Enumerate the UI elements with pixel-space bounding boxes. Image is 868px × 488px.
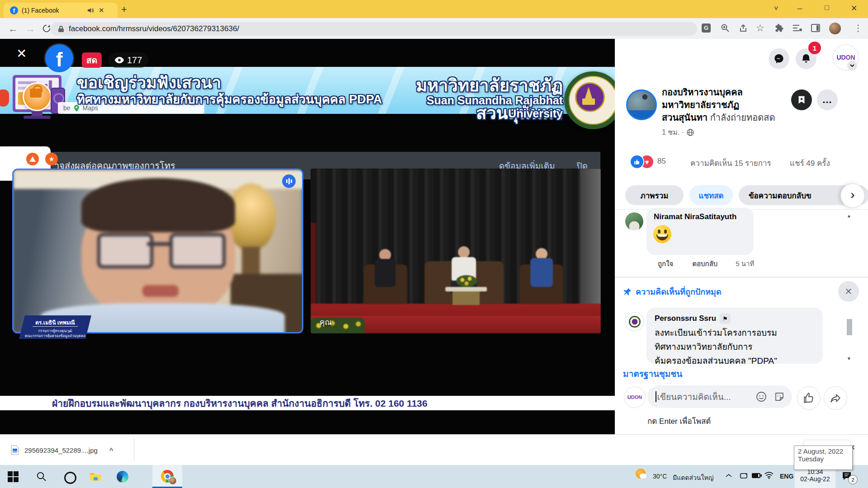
video-player[interactable]: be Maps ขอเชิญร่วมฟังเสวนา ทิศทางมหาวิทย…: [0, 39, 615, 434]
window-minimize-button[interactable]: –: [797, 4, 802, 13]
share-count[interactable]: แชร์ 49 ครั้ง: [790, 157, 830, 169]
scroll-down-arrow[interactable]: ▼: [847, 356, 851, 361]
bookmark-star-icon[interactable]: ☆: [756, 23, 764, 33]
url-text: facebook.com/hrmssru/videos/620736279313…: [69, 24, 239, 33]
cortana-icon[interactable]: [64, 472, 76, 484]
star-badge-icon: ★: [45, 153, 58, 165]
pinned-comments-header: ความคิดเห็นที่ถูกปักหมุด: [623, 285, 722, 298]
reaction-count[interactable]: 85: [657, 157, 666, 166]
pinned-author-name[interactable]: Personssru Ssru: [655, 314, 716, 323]
webcam-feed-speaker[interactable]: [12, 169, 303, 333]
composer-avatar: UDON: [624, 386, 646, 408]
page-avatar[interactable]: [626, 89, 657, 120]
comment-composer[interactable]: เขียนความคิดเห็น...: [647, 385, 792, 408]
tray-expand-icon[interactable]: [725, 472, 732, 479]
viewer-count: 177: [127, 55, 142, 66]
video-like-button[interactable]: [797, 386, 821, 410]
browser-tab[interactable]: f (1) Facebook ✕: [4, 3, 118, 18]
facebook-logo[interactable]: f: [45, 44, 73, 72]
viewer-count-pill: 177: [108, 52, 148, 68]
weather-desc[interactable]: มีแดดส่วนใหญ่: [673, 473, 713, 483]
back-button[interactable]: ←: [8, 23, 18, 35]
window-close-button[interactable]: ✕: [851, 4, 857, 13]
reply-action[interactable]: ตอบกลับ: [692, 258, 717, 269]
stage-feed[interactable]: คุณ: [311, 169, 601, 333]
side-panel-icon[interactable]: [811, 24, 820, 32]
media-controls-icon[interactable]: [793, 24, 802, 32]
address-bar[interactable]: facebook.com/hrmssru/videos/620736279313…: [51, 22, 697, 36]
notification-badge: 1: [808, 42, 821, 54]
new-tab-button[interactable]: +: [121, 4, 127, 15]
audio-indicator-icon: [282, 174, 296, 188]
comment-time: 5 นาที: [736, 258, 754, 269]
speaker-name: ดร.เมธินี เทพมณี: [24, 318, 87, 327]
commenter-name[interactable]: Niramat NiraSatitayuth: [646, 208, 754, 221]
map-pin-icon: [0, 89, 9, 107]
sticker-icon[interactable]: [774, 391, 785, 402]
window-maximize-button[interactable]: □: [825, 4, 829, 12]
banner-university-en: Suan Sunandha Rajabhat University: [389, 94, 563, 120]
facebook-favicon: f: [10, 6, 18, 14]
file-explorer-icon[interactable]: [90, 471, 102, 482]
eye-icon: [115, 57, 124, 63]
language-indicator[interactable]: ENG: [780, 473, 793, 480]
pinned-author-avatar[interactable]: [625, 312, 644, 331]
translate-icon[interactable]: G: [702, 23, 711, 33]
like-action[interactable]: ถูกใจ: [658, 258, 673, 269]
comment-input: เขียนความคิดเห็น...: [657, 390, 756, 404]
video-share-button[interactable]: [824, 386, 847, 410]
start-button[interactable]: [8, 471, 19, 482]
taskbar-search-icon[interactable]: [36, 471, 47, 482]
taskbar: 30°C มีแดดส่วนใหญ่ ENG 10:34 02-Aug-22 2: [0, 465, 868, 488]
battery-icon[interactable]: [752, 473, 762, 479]
reload-button[interactable]: [42, 23, 52, 33]
weather-temp[interactable]: 30°C: [653, 473, 667, 480]
tooltip-date: 2 August, 2022: [798, 447, 849, 455]
comment-bubble: Niramat NiraSatitayuth: [646, 208, 754, 255]
more-options-button[interactable]: …: [817, 89, 838, 110]
scroll-thumb[interactable]: [847, 319, 852, 335]
comment-count[interactable]: ความคิดเห็น 15 รายการ: [690, 157, 771, 169]
comments-scrollbar[interactable]: ▲ ▼: [846, 213, 853, 362]
stage-image: [311, 169, 601, 333]
share-icon[interactable]: [739, 23, 748, 33]
commenter-avatar[interactable]: [625, 212, 643, 230]
zoom-icon[interactable]: [721, 23, 730, 33]
speaker-title2: คณะกรรมการคุ้มครองข้อมูลส่วนบุคคล: [22, 333, 89, 339]
video-close-icon[interactable]: ✕: [16, 46, 27, 61]
bell-icon: [801, 53, 811, 64]
tab-close-icon[interactable]: ✕: [99, 6, 104, 14]
comment-actions: ถูกใจ ตอบกลับ 5 นาที: [658, 258, 754, 269]
browser-profile-avatar[interactable]: [829, 23, 841, 34]
extensions-puzzle-icon[interactable]: [775, 23, 784, 33]
browser-menu-icon[interactable]: ⋮: [854, 23, 863, 33]
community-standards-link[interactable]: มาตรฐานชุมชน: [623, 367, 682, 380]
window-chevron-icon[interactable]: ˅: [774, 5, 778, 13]
tab-audio-icon[interactable]: [87, 7, 94, 14]
forward-button[interactable]: →: [25, 23, 35, 35]
edge-icon[interactable]: [117, 471, 128, 483]
drive-icon: [26, 153, 39, 165]
tabs-scroll-right-button[interactable]: ›: [840, 183, 865, 208]
page-name[interactable]: กองบริหารงานบุคคล มหาวิทยาลัยราชภัฏ สวนส…: [662, 86, 797, 124]
live-status-text: กำลังถ่ายทอดสด: [710, 113, 775, 122]
grinning-emoji: [653, 225, 671, 243]
download-expand-caret[interactable]: ^: [109, 446, 113, 454]
emoji-picker-icon[interactable]: [756, 391, 767, 402]
weather-icon[interactable]: [636, 469, 647, 480]
messenger-button[interactable]: [769, 48, 789, 69]
tab-live-chat[interactable]: แชทสด: [689, 185, 733, 205]
chrome-taskbar-button[interactable]: [152, 465, 182, 488]
wifi-icon[interactable]: [764, 472, 774, 479]
tab-overview[interactable]: ภาพรวม: [625, 185, 684, 205]
speaker-nameplate: ดร.เมธินี เทพมณี กรรมการผู้ทรงคุณวุฒิ คณ…: [19, 315, 91, 339]
download-item[interactable]: 295692394_52289....jpg ^: [11, 441, 113, 459]
follow-button[interactable]: [791, 89, 812, 110]
like-reaction-icon[interactable]: [630, 155, 644, 169]
scroll-up-arrow[interactable]: ▲: [847, 213, 851, 218]
download-filename: 295692394_52289....jpg: [24, 446, 98, 454]
tooltip-day: Tuesday: [798, 455, 849, 463]
clock-date: 02-Aug-22: [795, 475, 835, 483]
tablet-mode-icon[interactable]: [740, 472, 748, 479]
webcam-image: [14, 170, 302, 332]
